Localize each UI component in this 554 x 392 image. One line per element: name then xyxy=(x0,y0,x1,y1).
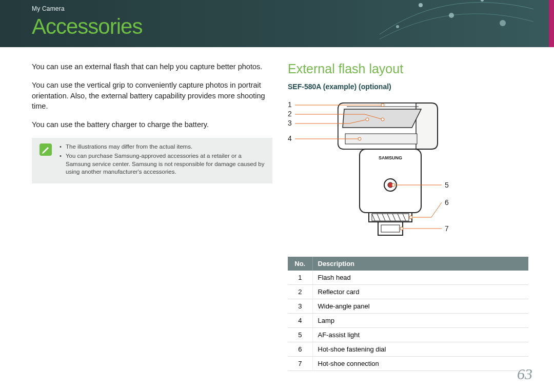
breadcrumb: My Camera xyxy=(32,5,554,12)
page-number: 63 xyxy=(517,365,532,383)
callout-1: 1 xyxy=(288,100,292,109)
table-row: 6Hot-shoe fastening dial xyxy=(288,342,528,357)
callout-4: 4 xyxy=(288,134,292,142)
table-row: 1Flash head xyxy=(288,271,528,285)
section-heading: External flash layout xyxy=(288,61,528,76)
intro-paragraph-3: You can use the battery charger to charg… xyxy=(32,119,272,130)
table-header-no: No. xyxy=(288,257,312,271)
parts-table: No. Description 1Flash head 2Reflector c… xyxy=(288,257,528,371)
table-header-desc: Description xyxy=(312,257,528,271)
callout-3: 3 xyxy=(288,119,292,127)
note-item: You can purchase Samsung-approved access… xyxy=(60,152,265,176)
content-area: You can use an external flash that can h… xyxy=(0,47,554,371)
table-row: 3Wide-angle panel xyxy=(288,299,528,314)
cell-desc: Hot-shoe connection xyxy=(312,357,528,371)
note-box: The illustrations may differ from the ac… xyxy=(32,138,272,183)
table-row: 5AF-assist light xyxy=(288,328,528,342)
note-item: The illustrations may differ from the ac… xyxy=(60,143,265,151)
svg-point-25 xyxy=(381,118,384,121)
svg-point-27 xyxy=(358,137,361,140)
left-column: You can use an external flash that can h… xyxy=(32,61,272,371)
svg-point-26 xyxy=(366,118,369,121)
table-row: 7Hot-shoe connection xyxy=(288,357,528,371)
intro-paragraph-1: You can use an external flash that can h… xyxy=(32,61,272,72)
cell-desc: Hot-shoe fastening dial xyxy=(312,342,528,357)
pencil-note-icon xyxy=(39,143,52,156)
cell-desc: Flash head xyxy=(312,271,528,285)
svg-line-22 xyxy=(431,202,442,217)
right-column: External flash layout SEF-580A (example)… xyxy=(288,61,528,371)
cell-no: 3 xyxy=(288,299,312,314)
table-row: 2Reflector card xyxy=(288,285,528,299)
note-list: The illustrations may differ from the ac… xyxy=(60,143,265,177)
header-accent-bar xyxy=(549,0,554,47)
svg-rect-12 xyxy=(378,222,403,235)
cell-desc: Wide-angle panel xyxy=(312,299,528,314)
cell-no: 5 xyxy=(288,328,312,342)
svg-point-29 xyxy=(409,216,412,219)
svg-point-2 xyxy=(481,0,484,2)
cell-desc: Reflector card xyxy=(312,285,528,299)
flash-diagram: SAMSUNG xyxy=(288,94,524,247)
cell-no: 6 xyxy=(288,342,312,357)
callout-5: 5 xyxy=(445,181,449,189)
page-header: My Camera Accessories xyxy=(0,0,554,47)
cell-no: 2 xyxy=(288,285,312,299)
callout-6: 6 xyxy=(445,198,449,207)
table-row: 4Lamp xyxy=(288,314,528,328)
cell-desc: Lamp xyxy=(312,314,528,328)
flash-illustration: SAMSUNG xyxy=(288,94,524,247)
intro-paragraph-2: You can use the vertical grip to conveni… xyxy=(32,80,272,111)
svg-point-24 xyxy=(381,104,384,107)
model-label: SEF-580A (example) (optional) xyxy=(288,82,528,91)
cell-no: 4 xyxy=(288,314,312,328)
svg-point-30 xyxy=(400,227,403,230)
cell-no: 7 xyxy=(288,357,312,371)
cell-no: 1 xyxy=(288,271,312,285)
callout-2: 2 xyxy=(288,110,292,118)
cell-desc: AF-assist light xyxy=(312,328,528,342)
device-brand-text: SAMSUNG xyxy=(379,155,402,160)
callout-7: 7 xyxy=(445,224,449,233)
page-title: Accessories xyxy=(32,14,554,39)
svg-point-28 xyxy=(392,183,395,187)
